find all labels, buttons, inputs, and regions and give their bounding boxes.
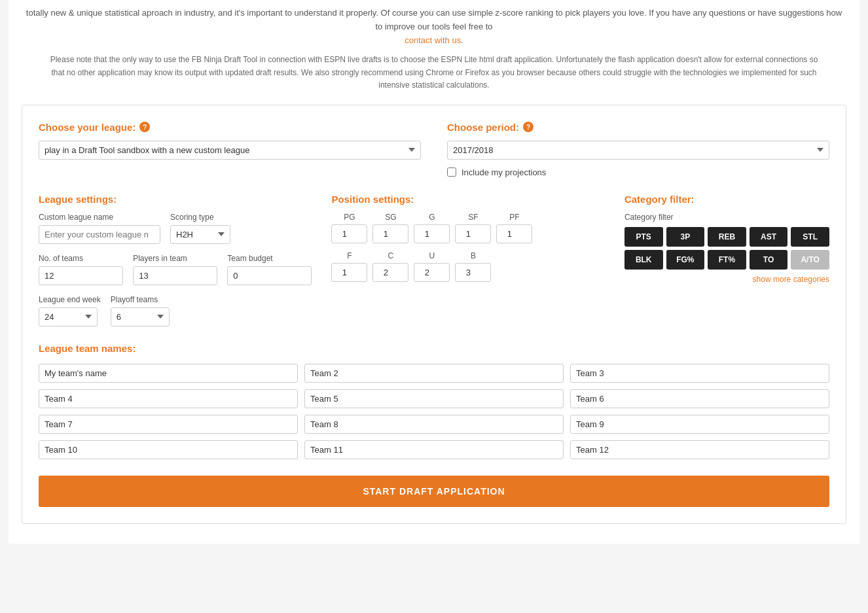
top-section: Choose your league: ? play in a Draft To…: [39, 122, 829, 177]
category-filter-subtitle: Category filter: [624, 213, 829, 222]
choose-league-title: Choose your league: ?: [39, 122, 421, 133]
team-name-input-8[interactable]: [304, 415, 564, 434]
custom-league-name-label: Custom league name: [39, 213, 160, 222]
position-settings: Position settings: PG SG G: [331, 194, 604, 326]
cat-btn-3p[interactable]: 3P: [666, 227, 705, 247]
category-filter: Category filter: Category filter PTS 3P …: [624, 194, 829, 326]
pos-g: G: [414, 213, 450, 243]
pos-sg-input[interactable]: [372, 224, 408, 243]
pos-pg: PG: [331, 213, 367, 243]
include-projections-row: Include my projections: [447, 167, 829, 177]
no-of-teams-group: No. of teams: [39, 254, 123, 285]
league-fields-row1: Custom league name Scoring type H2H Roti…: [39, 213, 312, 244]
team-name-input-2[interactable]: [304, 364, 564, 383]
no-of-teams-label: No. of teams: [39, 254, 123, 263]
cat-btn-stl[interactable]: STL: [791, 227, 829, 247]
team-name-input-5[interactable]: [304, 389, 564, 408]
warning-text: Please note that the only way to use the…: [48, 54, 820, 92]
team-name-input-12[interactable]: [570, 440, 829, 459]
league-settings-title: League settings:: [39, 194, 312, 205]
scoring-type-label: Scoring type: [170, 213, 230, 222]
custom-league-name-group: Custom league name: [39, 213, 160, 244]
pos-f: F: [331, 251, 367, 282]
middle-section: League settings: Custom league name Scor…: [39, 194, 829, 326]
page-wrapper: totally new & unique statistical aproach…: [9, 0, 859, 544]
cat-btn-to[interactable]: TO: [750, 250, 788, 270]
pos-pf-input[interactable]: [496, 224, 532, 243]
position-settings-title: Position settings:: [331, 194, 604, 205]
pos-b: B: [455, 251, 491, 282]
team-budget-group: Team budget: [227, 254, 312, 285]
cat-btn-reb[interactable]: REB: [708, 227, 746, 247]
cat-btn-ato[interactable]: A/TO: [791, 250, 829, 270]
team-names-title: League team names:: [39, 343, 829, 354]
category-filter-title: Category filter:: [624, 194, 829, 205]
show-more-categories-link[interactable]: show more categories: [624, 275, 829, 284]
league-end-row: League end week 20212223242526 Playoff t…: [39, 295, 312, 326]
players-in-team-label: Players in team: [133, 254, 217, 263]
league-fields-row2: No. of teams Players in team Team budget: [39, 254, 312, 285]
pos-g-input[interactable]: [414, 224, 450, 243]
pos-pf: PF: [496, 213, 532, 243]
pos-sf-input[interactable]: [455, 224, 491, 243]
cat-btn-ftp[interactable]: FT%: [708, 250, 746, 270]
league-section: Choose your league: ? play in a Draft To…: [39, 122, 421, 177]
intro-paragraph: totally new & unique statistical aproach…: [22, 7, 846, 34]
team-name-input-6[interactable]: [570, 389, 829, 408]
team-name-input-3[interactable]: [570, 364, 829, 383]
end-week-group: League end week 20212223242526: [39, 295, 101, 326]
pos-u-input[interactable]: [414, 263, 450, 282]
team-name-input-1[interactable]: [39, 364, 298, 383]
pos-c-input[interactable]: [372, 263, 408, 282]
pos-row-2: F C U B: [331, 251, 604, 282]
pos-b-input[interactable]: [455, 263, 491, 282]
playoff-group: Playoff teams 2468: [111, 295, 170, 326]
league-end-week-label: League end week: [39, 295, 101, 304]
team-names-section: League team names:: [39, 343, 829, 459]
team-name-input-10[interactable]: [39, 440, 298, 459]
team-name-input-7[interactable]: [39, 415, 298, 434]
cat-btn-fgp[interactable]: FG%: [666, 250, 705, 270]
league-settings: League settings: Custom league name Scor…: [39, 194, 312, 326]
cat-btn-pts[interactable]: PTS: [624, 227, 663, 247]
cat-btn-ast[interactable]: AST: [750, 227, 788, 247]
pos-sf: SF: [455, 213, 491, 243]
pos-row-1: PG SG G SF P: [331, 213, 604, 243]
no-of-teams-input[interactable]: [39, 266, 123, 285]
period-section: Choose period: ? 2017/2018 Include my pr…: [447, 122, 829, 177]
team-name-input-9[interactable]: [570, 415, 829, 434]
team-budget-input[interactable]: [227, 266, 312, 285]
contact-link[interactable]: contact with us: [405, 35, 461, 45]
league-select[interactable]: play in a Draft Tool sandbox with a new …: [39, 141, 421, 160]
start-draft-button[interactable]: START DRAFT APPLICATION: [39, 476, 829, 507]
include-projections-label[interactable]: Include my projections: [461, 167, 546, 177]
custom-league-name-input[interactable]: [39, 225, 160, 244]
include-projections-checkbox[interactable]: [447, 167, 456, 177]
pos-u: U: [414, 251, 450, 282]
team-name-input-11[interactable]: [304, 440, 564, 459]
period-select[interactable]: 2017/2018: [447, 141, 829, 160]
intro-text: totally new & unique statistical aproach…: [22, 7, 846, 47]
choose-period-title: Choose period: ?: [447, 122, 829, 133]
team-name-input-4[interactable]: [39, 389, 298, 408]
playoff-teams-label: Playoff teams: [111, 295, 170, 304]
end-week-select[interactable]: 20212223242526: [39, 307, 98, 326]
players-in-team-group: Players in team: [133, 254, 217, 285]
playoff-teams-select[interactable]: 2468: [111, 307, 170, 326]
category-buttons: PTS 3P REB AST STL BLK FG% FT% TO A/TO: [624, 227, 829, 270]
scoring-type-group: Scoring type H2H Rotisserie Points: [170, 213, 230, 244]
pos-pg-input[interactable]: [331, 224, 367, 243]
cat-btn-blk[interactable]: BLK: [624, 250, 663, 270]
scoring-type-select[interactable]: H2H Rotisserie Points: [170, 225, 230, 244]
team-names-grid: [39, 364, 829, 459]
league-help-icon[interactable]: ?: [139, 122, 150, 132]
pos-f-input[interactable]: [331, 263, 367, 282]
period-help-icon[interactable]: ?: [523, 122, 533, 132]
team-budget-label: Team budget: [227, 254, 312, 263]
pos-c: C: [372, 251, 408, 282]
players-in-team-input[interactable]: [133, 266, 217, 285]
pos-sg: SG: [372, 213, 408, 243]
warning-box: Please note that the only way to use the…: [22, 54, 846, 92]
main-panel: Choose your league: ? play in a Draft To…: [22, 105, 846, 524]
